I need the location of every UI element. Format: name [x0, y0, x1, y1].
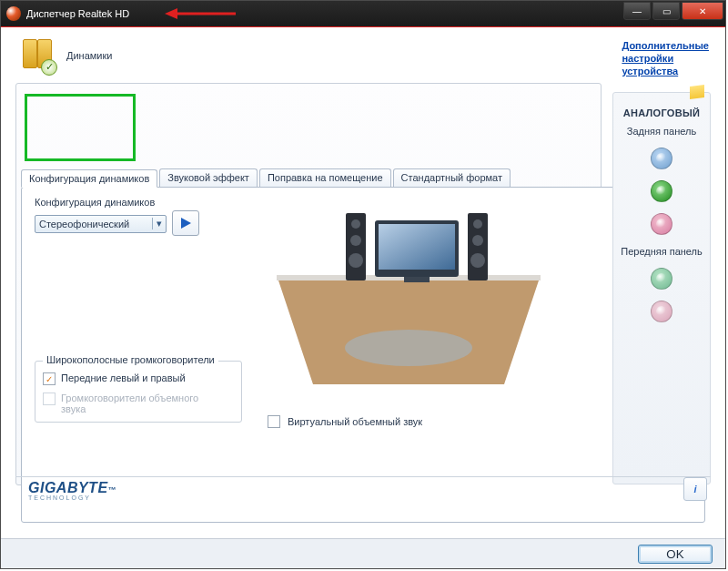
speaker-config-label: Конфигурация динамиков	[35, 197, 199, 208]
tab-content: Конфигурация динамиков Стереофонический …	[21, 187, 705, 523]
advanced-settings-link[interactable]: Дополнительные настройки устройства	[622, 39, 709, 77]
analog-heading: АНАЛОГОВЫЙ	[617, 107, 706, 118]
svg-point-13	[350, 235, 361, 246]
app-icon	[6, 6, 21, 21]
front-lr-checkbox[interactable]: ✓	[43, 372, 56, 385]
footer: OK	[1, 538, 725, 568]
jack-rear-pink[interactable]	[651, 213, 672, 235]
play-test-button[interactable]	[172, 210, 199, 236]
annotation-arrow	[165, 5, 238, 23]
svg-point-17	[472, 235, 483, 246]
surround-checkbox	[43, 393, 56, 405]
jack-front-pink[interactable]	[651, 301, 672, 322]
close-button[interactable]: ✕	[682, 2, 723, 20]
speakers-icon: ✓	[21, 37, 57, 74]
svg-point-16	[473, 219, 482, 229]
maximize-button[interactable]: ▭	[652, 2, 680, 20]
tabs: Конфигурация динамиков Звуковой эффект П…	[21, 168, 511, 187]
vendor-brand: GIGABYTE™ TECHNOLOGY	[28, 480, 116, 501]
device-header: ✓ Динамики	[21, 37, 112, 74]
front-lr-label: Передние левый и правый	[61, 372, 186, 383]
info-button[interactable]: i	[683, 477, 707, 501]
jack-front-green[interactable]	[651, 268, 672, 290]
device-name: Динамики	[66, 50, 112, 61]
svg-marker-1	[165, 8, 177, 19]
surround-label: Громкоговорители объемногозвука	[61, 393, 198, 414]
rear-panel-label: Задняя панель	[617, 126, 706, 137]
app-window: Диспетчер Realtek HD — ▭ ✕ ✓ Динамики До…	[0, 0, 726, 569]
svg-marker-3	[181, 218, 191, 229]
analog-panel: АНАЛОГОВЫЙ Задняя панель Передняя панель	[612, 92, 711, 484]
client-area: ✓ Динамики Дополнительные настройки устр…	[8, 32, 718, 535]
svg-rect-10	[404, 277, 430, 282]
minimize-button[interactable]: —	[623, 2, 651, 20]
fullrange-fieldset: Широкополосные громкоговорители ✓ Передн…	[35, 361, 242, 423]
svg-point-18	[470, 253, 485, 268]
svg-point-6	[345, 330, 472, 366]
svg-point-12	[351, 219, 360, 229]
speaker-config-value: Стереофонический	[39, 219, 129, 229]
jack-rear-blue[interactable]	[651, 148, 672, 169]
fullrange-legend: Широкополосные громкоговорители	[43, 354, 218, 365]
tab-room-correction[interactable]: Поправка на помещение	[259, 168, 391, 187]
tab-default-format[interactable]: Стандартный формат	[393, 168, 511, 187]
speaker-layout-scene	[258, 193, 559, 393]
tab-speaker-config[interactable]: Конфигурация динамиков	[21, 169, 157, 188]
virtual-surround-label: Виртуальный объемный звук	[288, 416, 422, 427]
svg-point-14	[349, 253, 363, 268]
titlebar: Диспетчер Realtek HD — ▭ ✕	[1, 1, 725, 26]
virtual-surround-checkbox[interactable]	[268, 415, 280, 428]
window-title: Диспетчер Realtek HD	[26, 8, 129, 19]
svg-rect-9	[379, 224, 455, 270]
front-panel-label: Передняя панель	[617, 246, 706, 257]
flag-icon	[690, 85, 704, 99]
divider	[15, 476, 711, 477]
jack-rear-green[interactable]	[651, 180, 672, 202]
chevron-down-icon: ▾	[152, 218, 162, 229]
tab-sound-effect[interactable]: Звуковой эффект	[159, 168, 258, 187]
ok-button[interactable]: OK	[638, 545, 713, 564]
speaker-config-select[interactable]: Стереофонический ▾	[35, 215, 167, 233]
